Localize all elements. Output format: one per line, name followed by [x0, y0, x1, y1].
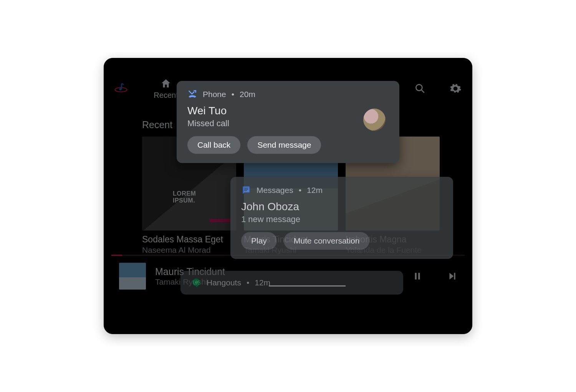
notification-app-name: Phone — [203, 90, 226, 99]
missed-call-icon — [187, 89, 197, 99]
notification-phone[interactable]: Phone • 20m Wei Tuo Missed call Call bac… — [177, 81, 399, 163]
notification-title: Wei Tuo — [187, 105, 389, 117]
notification-subtitle: Missed call — [187, 119, 389, 128]
notification-time: 12m — [307, 186, 323, 195]
swipe-indicator — [269, 285, 346, 287]
notification-app-name: Hangouts — [207, 278, 241, 287]
play-button[interactable]: Play — [241, 232, 277, 250]
notification-app-name: Messages — [257, 186, 293, 195]
notification-time: 12m — [255, 278, 270, 287]
notification-title: John Oboza — [241, 201, 442, 213]
notification-messages[interactable]: Messages • 12m John Oboza 1 new message … — [230, 177, 453, 259]
messages-icon — [241, 185, 251, 195]
notification-subtitle: 1 new message — [241, 214, 442, 224]
notification-time: 20m — [240, 90, 255, 99]
send-message-button[interactable]: Send message — [247, 136, 321, 154]
device-frame: Recent Recent Sodales Massa E — [104, 58, 472, 334]
hangouts-icon — [191, 278, 201, 288]
contact-avatar — [363, 109, 386, 131]
mute-conversation-button[interactable]: Mute conversation — [284, 232, 370, 250]
notification-hangouts[interactable]: Hangouts • 12m — [180, 271, 403, 295]
call-back-button[interactable]: Call back — [187, 136, 240, 154]
